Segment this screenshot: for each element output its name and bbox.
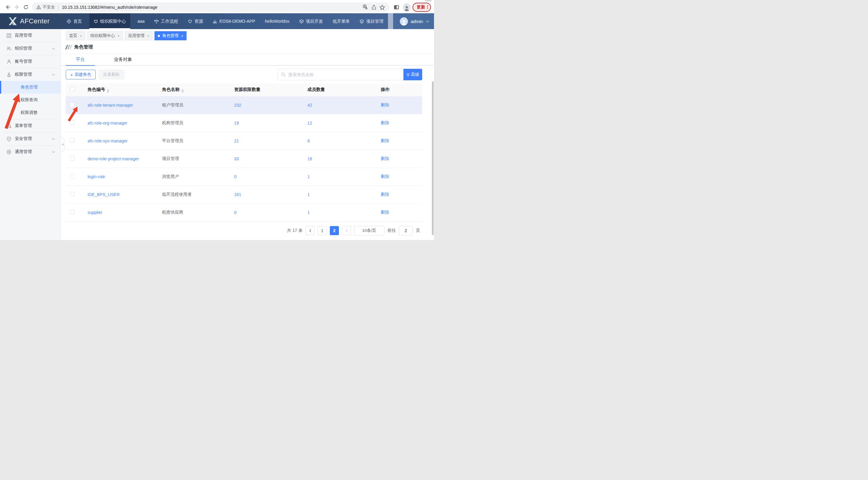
sidebar-item-security-mgmt[interactable]: 安全管理 [0,132,61,145]
member-count-link[interactable]: 12 [303,114,376,132]
resource-count-link[interactable]: 33 [229,150,303,168]
member-count-link[interactable]: 8 [303,132,376,150]
sidebar-item-account-mgmt[interactable]: 账号管理 [0,55,61,68]
role-code-link[interactable]: login-role [83,168,157,185]
select-all-checkbox[interactable] [70,87,74,91]
resource-count-link[interactable]: 232 [229,96,303,114]
back-icon[interactable] [3,3,12,12]
browser-profile-avatar[interactable] [403,3,411,11]
member-count-link[interactable]: 1 [303,203,376,221]
url-text[interactable]: 10.15.15.151:13082/#/menu_auth/role/role… [62,5,361,10]
sidebar-item-menu-mgmt[interactable]: 菜单管理 [0,119,61,132]
row-checkbox[interactable] [70,174,74,179]
role-code-link[interactable]: IDE_BPS_USER [83,185,157,203]
sidebar-item-app-mgmt[interactable]: 应用管理 [0,29,61,42]
page-button-1[interactable]: 1 [318,226,327,235]
close-icon[interactable]: × [181,34,184,38]
sidebar-item-perm-adjust[interactable]: 权限调整 [0,107,61,119]
role-code-link[interactable]: demo-role-project-manager [83,150,157,168]
col-role-name[interactable]: 角色名称 [157,83,229,96]
delete-link[interactable]: 删除 [381,156,389,161]
nav-item-project-dev[interactable]: 项目开发 [297,13,326,29]
delete-link[interactable]: 删除 [381,102,389,107]
sort-icon[interactable] [107,89,109,93]
sidebar-collapse-handle[interactable] [61,138,64,151]
role-code-link[interactable]: supplier [83,203,157,221]
col-role-code[interactable]: 角色编号 [83,83,157,96]
member-count-link[interactable]: 1 [303,168,376,185]
search-input[interactable] [278,69,403,80]
role-code-link[interactable]: afc-role-sys-manager [83,132,157,150]
page-tab-role-mgmt[interactable]: 角色管理 × [154,31,187,40]
resource-count-link[interactable]: 0 [229,203,303,221]
member-count-link[interactable]: 1 [303,185,376,203]
row-checkbox[interactable] [70,102,74,107]
row-checkbox[interactable] [70,192,74,197]
new-role-button[interactable]: + 新建角色 [66,70,96,80]
member-count-link[interactable]: 16 [303,150,376,168]
table-row[interactable]: demo-role-project-manager 项目管理 33 16 删除 [66,150,422,168]
goto-page-input[interactable] [399,226,413,236]
split-screen-icon[interactable] [392,3,401,12]
nav-item-home[interactable]: 首页 [64,13,84,29]
sidebar-item-org-mgmt[interactable]: 组织管理 [0,42,61,55]
nav-item-resources[interactable]: 资源 [185,13,205,29]
delete-link[interactable]: 删除 [381,120,389,125]
prev-page-button[interactable] [306,226,315,235]
nav-item-eos8-demo-app[interactable]: EOS8-DEMO-APP [210,13,257,29]
row-checkbox[interactable] [70,210,74,214]
advanced-button[interactable]: 高级 [403,69,422,80]
translate-icon[interactable] [361,3,370,11]
nav-item-project-mgmt[interactable]: 项目管理 [357,13,386,29]
tab-platform[interactable]: 平台 [66,54,95,65]
page-tab-home[interactable]: 首页 × [66,31,85,40]
forward-icon[interactable] [12,3,21,12]
table-row[interactable]: afc-role-tenant-manager 租户管理员 232 42 删除 [66,96,422,114]
bookmark-star-icon[interactable] [378,3,386,11]
sidebar-item-perm-mgmt[interactable]: 权限管理 [0,68,61,81]
tab-business-object[interactable]: 业务对象 [106,54,140,65]
page-size-select[interactable]: 10条/页 [354,226,384,236]
nav-item-workflow[interactable]: 工作流程 [152,13,181,29]
delete-link[interactable]: 删除 [381,210,389,214]
page-scrollbar[interactable] [432,81,434,235]
next-page-button[interactable] [342,226,351,235]
role-code-link[interactable]: afc-role-tenant-manager [83,96,157,114]
reload-icon[interactable] [21,3,30,12]
delete-link[interactable]: 删除 [381,138,389,143]
sort-icon[interactable] [181,89,184,93]
page-tab-app-mgmt[interactable]: 应用管理 × [125,31,153,40]
role-code-link[interactable]: afc-role-org-manager [83,114,157,132]
close-icon[interactable]: × [80,34,82,38]
table-row[interactable]: afc-role-org-manager 机构管理员 19 12 删除 [66,114,422,132]
nav-item-org-auth-center[interactable]: 组织权限中心 [89,13,130,29]
batch-delete-button[interactable]: 批量删除 [99,70,124,80]
row-checkbox[interactable] [70,120,74,125]
brand[interactable]: AFCenter [7,13,50,29]
browser-update-button[interactable]: 更新 [412,3,431,12]
nav-item-aaa[interactable]: aaa [135,13,147,29]
user-menu[interactable]: admin [393,13,434,29]
nav-item-helloworldss[interactable]: helloWorldss [262,13,292,29]
resource-count-link[interactable]: 161 [229,185,303,203]
table-row[interactable]: IDE_BPS_USER 低开流程使用者 161 1 删除 [66,185,422,203]
row-checkbox[interactable] [70,138,74,143]
table-row[interactable]: afc-role-sys-manager 平台管理员 21 8 删除 [66,132,422,150]
row-checkbox[interactable] [70,156,74,160]
sidebar-item-perm-query[interactable]: 权限查询 [0,94,61,107]
resource-count-link[interactable]: 21 [229,132,303,150]
page-button-2[interactable]: 2 [330,226,339,235]
share-icon[interactable] [370,3,378,11]
sidebar-item-general-mgmt[interactable]: 通用管理 [0,146,61,158]
security-label[interactable]: 不安全 [43,4,55,10]
table-row[interactable]: login-role 浏览用户 0 1 删除 [66,168,422,185]
member-count-link[interactable]: 42 [303,96,376,114]
url-bar[interactable]: 不安全 10.15.15.151:13082/#/menu_auth/role/… [32,2,390,12]
delete-link[interactable]: 删除 [381,192,389,197]
close-icon[interactable]: × [118,34,120,38]
resource-count-link[interactable]: 19 [229,114,303,132]
resource-count-link[interactable]: 0 [229,168,303,185]
close-icon[interactable]: × [147,34,149,38]
nav-item-lowcode-menu[interactable]: 低开菜单 [330,13,352,29]
table-row[interactable]: supplier 机密供应商 0 1 删除 [66,203,422,221]
